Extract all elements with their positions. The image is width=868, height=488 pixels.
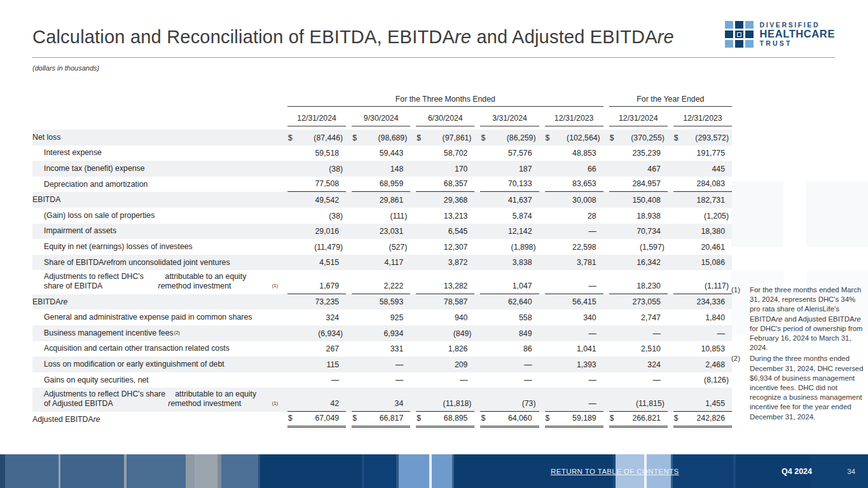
table-cell: — [352,372,410,388]
cell-value: (98,689) [378,133,407,142]
cell-value: (6,934) [318,329,343,338]
table-cell: 41,637 [480,192,539,208]
cell-value: 1,041 [577,344,596,353]
cell-value: 242,826 [697,414,725,423]
cell-value: 340 [583,313,596,322]
cell-value: 187 [519,165,532,173]
table-cell: 4,515 [287,255,346,271]
table-cell: 115 [287,356,346,372]
cell-value: 58,593 [380,297,404,306]
group-header: For the Three Months Ended [287,95,603,107]
row-label: EBITDA [32,192,282,208]
table-cell: (1,597) [609,239,668,255]
cell-value: — [331,376,339,384]
table-cell: 18,230 [609,270,668,294]
table-cell: $66,817 [352,412,410,428]
logo-line-healthcare: HEALTHCARE [760,29,835,39]
cell-value: (86,259) [507,133,536,142]
logo-square [745,21,754,29]
table-cell: 66 [545,161,603,177]
cell-value: 34 [395,399,404,408]
column-header: 9/30/2024 [352,109,410,126]
footer-quarter-label: Q4 2024 [782,467,812,476]
table-cell: 3,872 [416,255,474,271]
table-cell: $266,821 [609,412,668,428]
table-cell: — [545,325,603,341]
cell-value: 23,031 [380,227,404,236]
table-cell: 49,542 [287,192,346,208]
table-cell: $(98,689) [352,130,410,146]
table-cell: 209 [416,356,474,372]
table-cell: $(87,446) [287,130,346,146]
cell-value: 29,368 [444,196,468,205]
cell-value: 273,055 [632,297,660,306]
footer-page-number: 34 [847,468,855,475]
cell-value: (370,255) [631,133,665,142]
row-label: Share of EBITDAre from unconsolidated jo… [32,255,282,271]
cell-value: 15,086 [701,258,725,267]
table-cell: 12,307 [416,239,474,255]
cell-value: 1,679 [319,281,339,290]
title-divider [32,57,835,58]
row-label: EBITDAre [32,294,282,310]
table-cell: 182,731 [673,192,732,208]
row-label: Adjustments to reflect DHC's share of EB… [32,270,282,294]
table-cell: $(97,861) [416,130,474,146]
table-row: Adjustments to reflect DHC's share of EB… [32,270,732,294]
logo-square [735,30,743,38]
cell-value: 4,117 [384,258,403,267]
cell-value: 66,817 [380,414,404,423]
cell-value: (1,898) [511,243,536,252]
table-row: Equity in net (earnings) losses of inves… [32,239,732,255]
table-cell: 187 [480,161,539,177]
cell-value: 12,142 [508,227,532,236]
table-cell: 191,775 [673,146,732,161]
cell-value: 66 [588,165,596,173]
logo-text: DIVERSIFIED HEALTHCARE TRUST [760,22,835,46]
cell-value: 59,443 [380,149,404,158]
cell-value: 324 [647,360,661,369]
table-cell: 78,587 [416,294,474,310]
table-cell: 6,545 [416,224,474,240]
table-cell: 59,518 [287,146,346,161]
table-cell: 150,408 [609,192,668,208]
cell-value: 70,133 [508,179,532,188]
table-cell: 18,938 [609,208,668,224]
glass-panel [811,454,868,488]
cell-value: 83,653 [572,179,596,188]
cell-value: 77,508 [315,179,340,188]
cell-value: 1,047 [513,281,532,290]
cell-value: 2,468 [705,360,725,369]
cell-value: 324 [326,313,340,322]
glass-panel [260,454,362,488]
cell-value: 2,222 [384,281,404,290]
table-cell: $64,060 [480,412,539,428]
glass-panel [432,454,452,488]
table-cell: 148 [352,161,410,177]
cell-value: 267 [326,344,340,353]
table-cell: 2,468 [673,356,732,372]
table-cell: 558 [480,309,539,325]
cell-value: 42 [330,399,339,408]
table-cell: 331 [352,341,410,357]
return-to-table-of-contents-link[interactable]: RETURN TO TABLE OF CONTENTS [551,468,679,475]
header-spacer [32,107,282,126]
cell-value: (8,126) [704,376,729,384]
dollar-sign: $ [481,414,485,423]
table-cell: 1,679 [287,270,346,294]
cell-value: — [588,281,596,290]
cell-value: (1,205) [704,212,729,220]
cell-value: — [588,329,596,338]
table-cell: (111) [352,208,410,224]
table-cell: 284,083 [673,177,732,193]
cell-value: — [396,360,403,369]
table-cell: $(102,564) [545,130,603,146]
dollar-sign: $ [546,133,550,142]
table-group-header-row: For the Three Months EndedFor the Year E… [32,94,732,107]
table-cell: 1,826 [416,341,474,357]
cell-value: 150,408 [632,196,660,205]
cell-value: 78,587 [444,297,468,306]
cell-value: 16,342 [637,258,661,267]
table-cell: 18,380 [673,224,732,240]
cell-value: 70,734 [637,227,661,236]
